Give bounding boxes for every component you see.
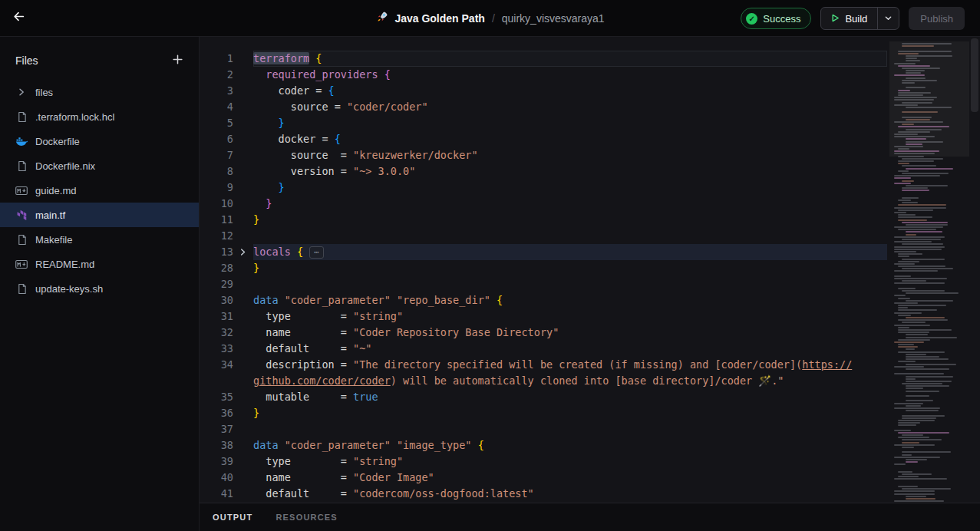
- editor-line[interactable]: 7 source = "kreuzwerker/docker": [200, 147, 889, 163]
- back-button[interactable]: [0, 0, 37, 37]
- code-token: }: [253, 407, 259, 419]
- tab-output[interactable]: OUTPUT: [213, 513, 252, 522]
- minimap-line: [898, 256, 909, 257]
- scrollbar-thumb[interactable]: [971, 38, 978, 112]
- line-number: 34: [200, 357, 233, 373]
- minimap-line: [898, 344, 914, 345]
- editor-line[interactable]: 12: [200, 228, 889, 244]
- editor-gutter: 9: [200, 180, 253, 196]
- editor-line[interactable]: 5 }: [200, 115, 889, 131]
- minimap[interactable]: [889, 37, 969, 503]
- editor-gutter: 36: [200, 405, 253, 421]
- line-number: 38: [200, 437, 233, 453]
- editor-line[interactable]: 6 docker = {: [200, 131, 889, 147]
- editor-line[interactable]: 39 type = "string": [200, 453, 889, 470]
- minimap-line: [906, 400, 933, 401]
- minimap-line: [894, 430, 911, 431]
- editor-line[interactable]: 31 type = "string": [200, 308, 889, 325]
- build-button[interactable]: Build: [821, 8, 878, 29]
- editor-line[interactable]: 40 name = "Coder Image": [200, 470, 889, 486]
- code-token: type =: [253, 455, 353, 467]
- editor-line[interactable]: 37: [200, 421, 889, 437]
- tab-resources[interactable]: RESOURCES: [276, 513, 337, 522]
- minimap-line: [906, 356, 939, 358]
- line-number: 31: [200, 308, 233, 325]
- minimap-line: [894, 282, 945, 284]
- minimap-line: [906, 459, 927, 460]
- editor-line[interactable]: 4 source = "coder/coder": [200, 99, 889, 115]
- tree-file-.terraform.lock.hcl[interactable]: .terraform.lock.hcl: [0, 104, 199, 129]
- editor-line[interactable]: 11}: [200, 212, 889, 228]
- tree-file-update-keys.sh[interactable]: update-keys.sh: [0, 276, 199, 301]
- editor-line[interactable]: 30data "coder_parameter" "repo_base_dir"…: [200, 292, 889, 308]
- tree-file-README.md[interactable]: README.md: [0, 252, 199, 276]
- publish-button[interactable]: Publish: [909, 7, 965, 30]
- code-token: "~> 3.0.0": [353, 165, 415, 177]
- minimap-line: [898, 471, 912, 473]
- minimap-line: [898, 319, 948, 321]
- code-line-content: name = "Coder Image": [253, 470, 887, 486]
- editor-line[interactable]: 8 version = "~> 3.0.0": [200, 163, 889, 180]
- code-token: [391, 439, 397, 451]
- code-line-content: data "coder_parameter" "repo_base_dir" {: [253, 292, 887, 308]
- code-line-content: default = "codercom/oss-dogfood:latest": [253, 486, 887, 502]
- editor-line[interactable]: 1terraform {: [200, 51, 889, 67]
- minimap-line: [906, 461, 918, 463]
- editor-line[interactable]: 38data "coder_parameter" "image_type" {: [200, 437, 889, 453]
- minimap-line: [894, 249, 942, 250]
- editor-line[interactable]: 29: [200, 276, 889, 292]
- code-line-content: }: [253, 180, 887, 196]
- editor-line[interactable]: github.com/coder/coder) will be automati…: [200, 373, 889, 389]
- code-token: "codercom/oss-dogfood:latest": [353, 487, 534, 500]
- minimap-line: [894, 483, 966, 485]
- minimap-line: [898, 327, 909, 328]
- minimap-line: [894, 457, 940, 458]
- build-dropdown-button[interactable]: [878, 8, 899, 29]
- folded-region-badge[interactable]: ⋯: [309, 246, 324, 259]
- template-title[interactable]: Java Golden Path: [394, 12, 484, 25]
- minimap-line: [898, 486, 918, 487]
- line-number: 1: [200, 51, 233, 67]
- minimap-line: [902, 447, 914, 448]
- files-sidebar: Files files.terraform.lock.hclDockerfile…: [0, 37, 200, 531]
- minimap-line: [894, 407, 940, 409]
- tree-file-Dockerfile.nix[interactable]: Dockerfile.nix: [0, 153, 199, 178]
- file-label: Dockerfile: [35, 136, 80, 147]
- editor-line[interactable]: 34 description = "The directory specifie…: [200, 357, 889, 373]
- editor-line[interactable]: 32 name = "Coder Repository Base Directo…: [200, 325, 889, 341]
- code-link[interactable]: github.com/coder/coder: [253, 374, 391, 387]
- add-file-button[interactable]: [170, 53, 185, 68]
- editor-line[interactable]: 13locals {⋯: [200, 244, 889, 260]
- editor-scrollbar[interactable]: [969, 37, 980, 503]
- code-editor[interactable]: 1terraform {2 required_providers {3 code…: [200, 37, 889, 503]
- editor-line[interactable]: 2 required_providers {: [200, 67, 889, 83]
- editor-line[interactable]: 36}: [200, 405, 889, 421]
- tree-folder-files[interactable]: files: [0, 80, 199, 104]
- code-link[interactable]: https://: [802, 358, 852, 371]
- code-token: "~": [353, 342, 371, 355]
- editor-gutter: 7: [200, 147, 253, 163]
- editor-line[interactable]: 41 default = "codercom/oss-dogfood:lates…: [200, 486, 889, 502]
- tree-file-main.tf[interactable]: main.tf: [0, 203, 199, 227]
- editor-line[interactable]: 33 default = "~": [200, 341, 889, 357]
- code-token: mutable =: [253, 391, 353, 403]
- minimap-line: [902, 383, 942, 384]
- minimap-line: [898, 305, 946, 306]
- editor-line[interactable]: 28}: [200, 260, 889, 276]
- tree-file-Makefile[interactable]: Makefile: [0, 227, 199, 252]
- minimap-line: [902, 239, 941, 240]
- minimap-line: [894, 251, 916, 252]
- minimap-slider[interactable]: [889, 41, 969, 157]
- editor-line[interactable]: 9 }: [200, 180, 889, 196]
- minimap-line: [902, 439, 942, 440]
- editor-line[interactable]: 3 coder = {: [200, 83, 889, 99]
- minimap-line: [902, 434, 923, 436]
- minimap-line: [902, 451, 951, 453]
- tree-file-guide.md[interactable]: guide.md: [0, 178, 199, 203]
- tree-file-Dockerfile[interactable]: Dockerfile: [0, 129, 199, 153]
- editor-line[interactable]: 35 mutable = true: [200, 389, 889, 405]
- minimap-line: [894, 278, 947, 279]
- fold-chevron-icon[interactable]: [233, 244, 252, 260]
- editor-line[interactable]: 10 }: [200, 196, 889, 212]
- code-line-content: }: [253, 212, 887, 228]
